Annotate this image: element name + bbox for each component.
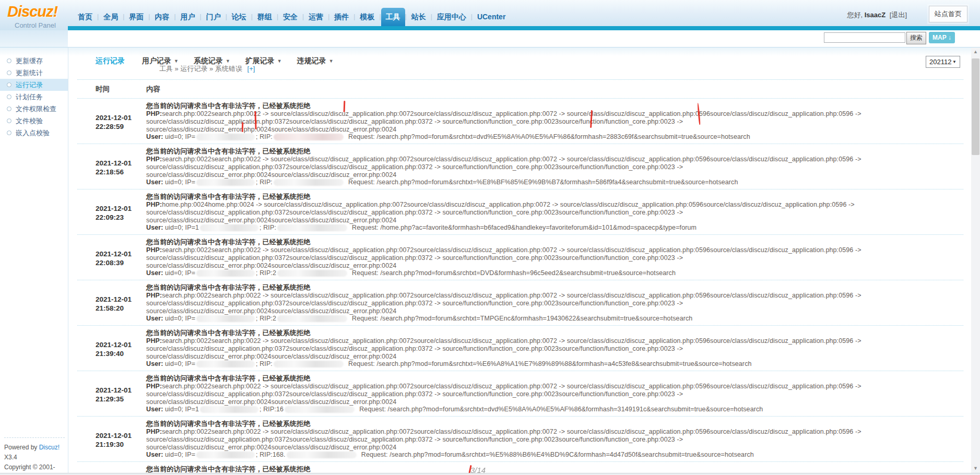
log-timestamp: 2021-12-0121:19:30: [77, 417, 146, 461]
scroll-down-icon[interactable]: ▼: [971, 464, 980, 473]
redacted-ip: [200, 224, 258, 231]
bottom-scrollbar-edge: [0, 473, 980, 475]
sidebar-item-label: 更新统计: [16, 69, 43, 77]
discuz-footer-link[interactable]: Discuz!: [39, 444, 60, 451]
chevron-down-icon: ▼: [329, 58, 334, 64]
page-watermark: 3/14: [470, 466, 486, 474]
tab-4[interactable]: 扩展记录▼: [245, 56, 282, 66]
content-top-gradient: [0, 48, 980, 56]
scroll-up-icon[interactable]: ▲: [971, 48, 980, 56]
tab-5[interactable]: 违规记录▼: [297, 56, 334, 66]
nav-item-10[interactable]: 运营: [304, 8, 328, 26]
redacted-ip: [196, 361, 255, 367]
powered-prefix: Powered by: [4, 444, 39, 451]
nav-item-1[interactable]: 首页: [73, 8, 97, 26]
powered-by-line: Powered by Discuz! X3.4: [4, 443, 65, 462]
log-trace-line-1: PHP:search.php:0022search.php:0022 -> so…: [146, 383, 963, 390]
nav-item-15[interactable]: 应用中心: [432, 8, 471, 26]
log-trace-line-2: source/class/discuz/discuz_application.p…: [146, 345, 963, 353]
radio-bullet-icon: [7, 70, 11, 75]
log-message-title: 您当前的访问请求当中含有非法字符，已经被系统拒绝: [146, 238, 963, 246]
logout-link[interactable]: [退出]: [890, 11, 907, 19]
accent-bar: [68, 26, 980, 30]
chevron-down-icon: ▼: [952, 60, 957, 64]
tab-2[interactable]: 用户记录▼: [142, 56, 179, 66]
sidebar-item-4[interactable]: 计划任务: [0, 91, 68, 103]
user-greeting: 您好, IsaacZ [退出]: [847, 10, 907, 20]
username: IsaacZ: [865, 11, 885, 19]
sidebar-item-5[interactable]: 文件权限检查: [0, 103, 68, 115]
nav-item-13[interactable]: 工具: [381, 8, 405, 26]
redacted-rip: [274, 134, 344, 140]
nav-item-6[interactable]: 门户: [202, 8, 226, 26]
php-label: PHP:: [146, 292, 162, 299]
radio-bullet-icon: [7, 94, 11, 99]
log-trace-line-1: PHP:home.php:0024home.php:0024 -> source…: [146, 201, 963, 209]
redacted-ip: [196, 452, 255, 458]
sidebar-item-label: 文件权限检查: [16, 105, 56, 113]
breadcrumb-expand-link[interactable]: [+]: [247, 65, 255, 73]
tab-3[interactable]: 系统记录▼: [194, 56, 230, 66]
log-timestamp: 2021-12-0122:18:56: [77, 144, 146, 189]
sidebar-item-1[interactable]: 更新缓存: [0, 55, 68, 67]
nav-item-16[interactable]: UCenter: [473, 8, 510, 26]
php-label: PHP:: [146, 201, 162, 208]
log-time: 22:28:59: [96, 122, 146, 131]
sidebar-footer: Powered by Discuz! X3.4 Copyright © 2001…: [4, 437, 65, 475]
nav-item-12[interactable]: 模板: [355, 8, 379, 26]
search-input[interactable]: [824, 32, 905, 43]
scrollbar-thumb[interactable]: [972, 58, 979, 155]
log-content: 您当前的访问请求当中含有非法字符，已经被系统拒绝PHP:home.php:002…: [146, 189, 963, 234]
nav-item-14[interactable]: 站长: [407, 8, 431, 26]
radio-bullet-icon: [7, 118, 11, 123]
map-button[interactable]: MAP ↓: [929, 32, 955, 43]
log-date: 2021-12-01: [96, 431, 146, 440]
vertical-scrollbar[interactable]: ▲ ▼: [971, 48, 980, 473]
chevron-down-icon: ▼: [226, 58, 230, 64]
log-time: 22:09:23: [96, 213, 146, 222]
breadcrumb-text: 工具 » 运行记录 » 系统错误: [159, 65, 242, 73]
redacted-rip: [277, 315, 347, 322]
nav-item-4[interactable]: 内容: [150, 8, 174, 26]
log-row: 2021-12-0122:08:39您当前的访问请求当中含有非法字符，已经被系统…: [77, 234, 963, 280]
sidebar-item-6[interactable]: 文件校验: [0, 115, 68, 127]
sidebar-item-7[interactable]: 嵌入点校验: [0, 127, 68, 139]
log-date: 2021-12-01: [96, 340, 146, 349]
log-user-line: User: uid=0; IP=1; RIP: Request: /home.p…: [146, 224, 963, 232]
nav-item-7[interactable]: 论坛: [227, 8, 251, 26]
redacted-rip: [277, 270, 347, 277]
log-type-tabs: 运行记录用户记录▼系统记录▼扩展记录▼违规记录▼: [96, 56, 349, 66]
site-home-button[interactable]: 站点首页: [929, 6, 967, 22]
tab-1[interactable]: 运行记录: [96, 56, 125, 66]
log-trace-line-3: source/class/discuz/discuz_error.php:002…: [146, 262, 963, 270]
log-time: 22:08:39: [96, 258, 146, 267]
search-button[interactable]: 搜索: [906, 32, 926, 44]
table-header-row: 时间 内容: [77, 79, 963, 98]
chevron-down-icon: ▼: [174, 58, 179, 64]
user-label: User:: [146, 224, 163, 231]
php-label: PHP:: [146, 156, 162, 163]
log-row: 2021-12-0121:58:20您当前的访问请求当中含有非法字符，已经被系统…: [77, 280, 963, 325]
log-trace-line-2: source/class/discuz/discuz_application.p…: [146, 254, 963, 262]
nav-item-5[interactable]: 用户: [176, 8, 200, 26]
log-message-title: 您当前的访问请求当中含有非法字符，已经被系统拒绝: [146, 420, 963, 428]
sidebar-item-2[interactable]: 更新统计: [0, 67, 68, 79]
nav-item-3[interactable]: 界面: [124, 8, 148, 26]
redacted-ip: [196, 315, 255, 322]
chevron-down-icon: ▼: [277, 58, 282, 64]
month-select[interactable]: 202112 ▼: [926, 56, 960, 68]
log-time: 21:29:35: [96, 395, 146, 403]
radio-bullet-icon: [7, 82, 11, 87]
sidebar-item-3[interactable]: 运行记录: [0, 79, 68, 91]
log-content: 您当前的访问请求当中含有非法字符，已经被系统拒绝PHP:search.php:0…: [146, 417, 963, 461]
log-time: 21:19:30: [96, 440, 146, 449]
nav-item-11[interactable]: 插件: [329, 8, 353, 26]
nav-item-2[interactable]: 全局: [99, 8, 123, 26]
log-message-title: 您当前的访问请求当中含有非法字符，已经被系统拒绝: [146, 283, 963, 291]
nav-item-9[interactable]: 安全: [278, 8, 302, 26]
log-time: 21:39:40: [96, 349, 146, 358]
log-date: 2021-12-01: [96, 159, 146, 168]
nav-item-8[interactable]: 群组: [253, 8, 277, 26]
log-trace-line-2: source/class/discuz/discuz_application.p…: [146, 436, 963, 444]
log-content: 您当前的访问请求当中含有非法字符，已经被系统拒绝PHP:search.php:0…: [146, 326, 963, 371]
